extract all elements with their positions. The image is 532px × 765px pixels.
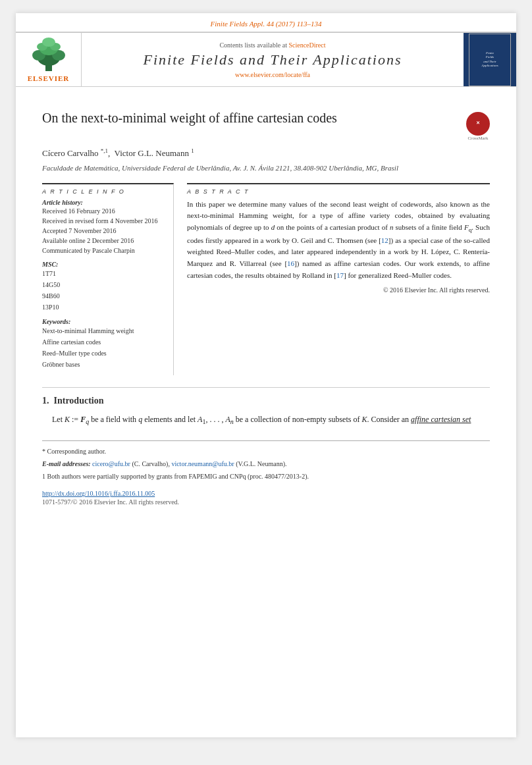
article-info-column: A R T I C L E I N F O Article history: R… (42, 183, 174, 375)
kw-3: Reed–Muller type codes (42, 348, 164, 359)
msc-code-4: 13P10 (42, 302, 164, 313)
available-date: Available online 2 December 2016 (42, 236, 164, 246)
msc-code-1: 1T71 (42, 268, 164, 279)
abstract-body: In this paper we determine many values o… (187, 199, 490, 281)
ref-12-link[interactable]: 12 (381, 236, 388, 244)
msc-code-2: 14G50 (42, 279, 164, 290)
doi-link[interactable]: http://dx.doi.org/10.1016/j.ffa.2016.11.… (42, 490, 490, 497)
msc-code-3: 94B60 (42, 290, 164, 302)
page: Finite Fields Appl. 44 (2017) 113–134 EL… (16, 13, 516, 737)
article-title: On the next-to-minimal weight of affine … (42, 109, 490, 127)
intro-title: 1. Introduction (42, 396, 490, 406)
email-note: E-mail addresses: cicero@ufu.br (C. Carv… (42, 459, 490, 469)
email1-link[interactable]: cicero@ufu.br (92, 460, 132, 467)
keywords-label: Keywords: (42, 318, 164, 325)
msc-section: MSC: 1T71 14G50 94B60 13P10 (42, 261, 164, 313)
article-info-abstract: A R T I C L E I N F O Article history: R… (42, 183, 490, 375)
elsevier-wordmark: ELSEVIER (28, 74, 70, 82)
corresponding-author-note: * Corresponding author. (42, 446, 490, 457)
section-divider (42, 387, 490, 388)
journal-banner: ELSEVIER Contents lists available at Sci… (16, 32, 516, 87)
kw-2: Affine cartesian codes (42, 336, 164, 348)
affiliation: Faculdade de Matemática, Universidade Fe… (42, 163, 490, 174)
ref-17-link[interactable]: 17 (336, 271, 344, 279)
kw-4: Gröbner bases (42, 359, 164, 370)
communicated-by: Communicated by Pascale Charpin (42, 246, 164, 255)
footer: http://dx.doi.org/10.1016/j.ffa.2016.11.… (42, 490, 490, 506)
crossmark-icon: ✕ (466, 112, 490, 136)
title-section: ✕ CrossMark On the next-to-minimal weigh… (42, 109, 490, 141)
authors-line: Cícero Carvalho *,1, Victor G.L. Neumann… (42, 147, 490, 159)
elsevier-tree-icon (26, 37, 72, 73)
article-info-heading: A R T I C L E I N F O (42, 188, 164, 195)
crossmark-inner: ✕ (476, 121, 480, 126)
received-date: Received 16 February 2016 (42, 206, 164, 216)
journal-thumbnail: FiniteFieldsand TheirApplications (464, 33, 516, 86)
thumb-text: FiniteFieldsand TheirApplications (479, 49, 500, 71)
footnote-area: * Corresponding author. E-mail addresses… (42, 440, 490, 482)
journal-url: www.elsevier.com/locate/ffa (235, 71, 310, 78)
accepted-date: Accepted 7 November 2016 (42, 226, 164, 236)
abstract-copyright: © 2016 Elsevier Inc. All rights reserved… (187, 286, 490, 294)
crossmark-label: CrossMark (466, 136, 490, 141)
abstract-column: A B S T R A C T In this paper we determi… (187, 183, 490, 375)
intro-body: Let K := Fq be a field with q elements a… (42, 413, 490, 427)
contents-available-text: Contents lists available at ScienceDirec… (219, 41, 325, 49)
keywords-section: Keywords: Next-to-minimal Hamming weight… (42, 318, 164, 370)
introduction-section: 1. Introduction Let K := Fq be a field w… (42, 396, 490, 427)
msc-label: MSC: (42, 261, 164, 268)
abstract-heading: A B S T R A C T (187, 188, 490, 195)
crossmark-badge: ✕ CrossMark (466, 112, 490, 141)
grant-note: 1 Both authors were partially supported … (42, 471, 490, 482)
journal-citation: Finite Fields Appl. 44 (2017) 113–134 (16, 13, 516, 32)
ref-16-link[interactable]: 16 (287, 259, 294, 267)
article-history: Article history: Received 16 February 20… (42, 199, 164, 255)
msc-codes: 1T71 14G50 94B60 13P10 (42, 268, 164, 313)
sciencedirect-link[interactable]: ScienceDirect (288, 41, 325, 49)
obtained-word: obtained (418, 211, 443, 219)
footer-copyright: 1071-5797/© 2016 Elsevier Inc. All right… (42, 498, 490, 506)
svg-point-7 (42, 38, 55, 47)
thumb-cover: FiniteFieldsand TheirApplications (469, 34, 511, 86)
doi-anchor[interactable]: http://dx.doi.org/10.1016/j.ffa.2016.11.… (42, 490, 155, 497)
content-area: ✕ CrossMark On the next-to-minimal weigh… (16, 87, 516, 512)
elsevier-logo: ELSEVIER (16, 33, 82, 86)
journal-citation-text: Finite Fields Appl. 44 (2017) 113–134 (211, 20, 322, 28)
journal-full-name: Finite Fields and Their Applications (143, 51, 402, 68)
author-victor: Victor G.L. Neumann 1 (115, 148, 194, 158)
kw-1: Next-to-minimal Hamming weight (42, 325, 164, 336)
revised-date: Received in revised form 4 November 2016 (42, 216, 164, 226)
banner-center: Contents lists available at ScienceDirec… (82, 33, 464, 86)
history-label: Article history: (42, 199, 164, 206)
email2-link[interactable]: victor.neumann@ufu.br (171, 460, 236, 467)
author-cicero: Cícero Carvalho *,1, (42, 148, 113, 158)
appeared-word: appeared (225, 236, 251, 244)
